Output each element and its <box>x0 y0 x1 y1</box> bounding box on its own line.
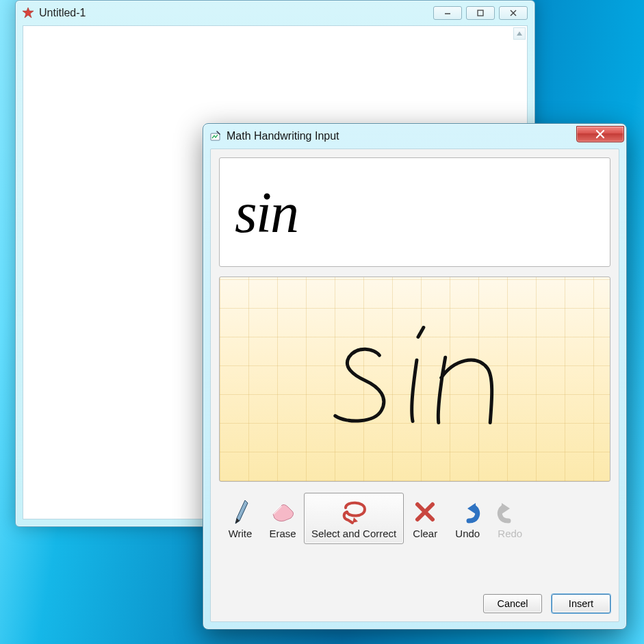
maximize-button[interactable] <box>466 6 495 20</box>
erase-tool-button[interactable]: Erase <box>261 493 304 544</box>
undo-label: Undo <box>455 528 480 539</box>
write-tool-button[interactable]: Write <box>219 493 261 544</box>
insert-label: Insert <box>569 598 593 609</box>
clear-tool-button[interactable]: Clear <box>404 493 446 544</box>
svg-marker-5 <box>517 31 522 36</box>
redo-tool-button[interactable]: Redo <box>489 493 531 544</box>
insert-button[interactable]: Insert <box>552 594 610 613</box>
math-input-title: Math Handwriting Input <box>227 130 339 142</box>
svg-marker-10 <box>467 503 476 514</box>
recognized-text: sin <box>235 179 298 246</box>
minimize-button[interactable] <box>433 6 462 20</box>
svg-marker-11 <box>502 503 510 514</box>
svg-rect-2 <box>478 10 483 16</box>
handwriting-canvas[interactable] <box>219 276 610 482</box>
cancel-button[interactable]: Cancel <box>483 594 542 613</box>
svg-marker-9 <box>352 517 358 523</box>
ink-panel-icon <box>209 129 222 143</box>
scroll-up-button[interactable] <box>513 27 526 40</box>
lasso-icon <box>337 498 370 526</box>
desktop-background: Untitled-1 <box>0 0 644 644</box>
write-label: Write <box>229 528 253 539</box>
cancel-label: Cancel <box>497 598 528 609</box>
math-input-body: sin <box>210 149 619 622</box>
undo-icon <box>454 498 481 526</box>
math-input-window: Math Handwriting Input sin <box>203 123 627 630</box>
redo-icon <box>496 498 524 526</box>
close-button[interactable] <box>576 126 624 142</box>
recognized-output: sin <box>219 157 610 267</box>
tool-toolbar: Write Erase <box>219 493 610 544</box>
select-correct-tool-button[interactable]: Select and Correct <box>304 493 404 544</box>
pen-icon <box>230 498 250 526</box>
mathematica-icon <box>21 6 35 20</box>
close-button[interactable] <box>499 6 528 20</box>
svg-marker-0 <box>23 8 34 18</box>
select-correct-label: Select and Correct <box>311 528 396 539</box>
clear-x-icon <box>413 498 437 526</box>
math-input-titlebar[interactable]: Math Handwriting Input <box>203 124 626 149</box>
undo-tool-button[interactable]: Undo <box>446 493 489 544</box>
notebook-title: Untitled-1 <box>39 7 86 19</box>
erase-label: Erase <box>269 528 296 539</box>
notebook-titlebar[interactable]: Untitled-1 <box>16 1 534 25</box>
redo-label: Redo <box>498 528 522 539</box>
dialog-footer: Cancel Insert <box>219 584 610 613</box>
eraser-icon <box>269 498 296 526</box>
clear-label: Clear <box>413 528 437 539</box>
